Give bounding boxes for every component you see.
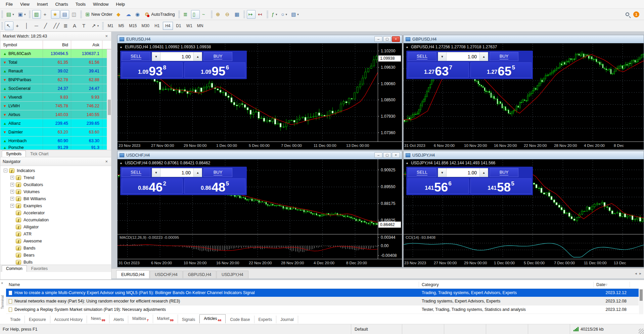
tree-item-accumulation[interactable]: fAccumulation xyxy=(0,216,111,223)
articles-scrollbar[interactable] xyxy=(639,289,643,314)
cursor-tool[interactable]: ↖ xyxy=(5,21,13,30)
close-icon[interactable]: × xyxy=(104,159,109,164)
toolbox-tab-code-base[interactable]: Code Base xyxy=(226,316,254,323)
tab-tick-chart[interactable]: Tick Chart xyxy=(26,151,53,157)
tree-item-bears[interactable]: fBears xyxy=(0,252,111,259)
candlestick-chart-button[interactable]: ▯ xyxy=(191,10,200,19)
column-header-symbol[interactable]: Symbol xyxy=(0,41,43,49)
close-icon[interactable]: × xyxy=(104,34,109,39)
window-titlebar[interactable]: USDJPY,H4 xyxy=(404,151,644,159)
timeframe-m1[interactable]: M1 xyxy=(105,22,116,30)
scroll-left-icon[interactable]: ◂ xyxy=(635,271,637,276)
market-watch-row[interactable]: ▲Porsche91.2991.3 xyxy=(0,145,111,150)
label-tool[interactable]: T xyxy=(81,21,89,30)
volume-value[interactable]: 1.00 xyxy=(160,168,194,177)
article-row[interactable]: Neural networks made easy (Part 54): Usi… xyxy=(6,297,639,305)
data-window-toggle[interactable]: ◫ xyxy=(70,10,79,19)
timeframe-mn[interactable]: MN xyxy=(195,22,205,30)
menu-window[interactable]: Window xyxy=(89,0,112,8)
window-titlebar[interactable]: GBPUSD,H4 xyxy=(404,35,644,43)
market-watch-row[interactable]: ▲Renault39.0239.41 xyxy=(0,67,111,75)
templates-dropdown[interactable]: ▧▾ xyxy=(289,10,301,19)
expand-icon[interactable]: + xyxy=(10,183,14,186)
timeframe-w1[interactable]: W1 xyxy=(184,22,194,30)
periods-dropdown[interactable]: ○▾ xyxy=(280,10,289,19)
channel-tool[interactable]: ╱╱ xyxy=(52,21,61,30)
toolbox-tab-mailbox[interactable]: Mailbox7 xyxy=(128,315,153,323)
resize-grip[interactable] xyxy=(639,329,644,334)
timeframe-h4[interactable]: H4 xyxy=(163,22,173,30)
tab-symbols[interactable]: Symbols xyxy=(2,151,26,157)
expand-icon[interactable]: + xyxy=(10,176,14,179)
tree-item-trend[interactable]: +fTrend xyxy=(0,174,111,181)
volume-value[interactable]: 1.00 xyxy=(446,52,480,61)
mql5-cloud-icon[interactable]: ☁ xyxy=(124,10,133,19)
tree-item-volumes[interactable]: +fVolumes xyxy=(0,188,111,195)
menu-insert[interactable]: Insert xyxy=(33,0,52,8)
buy-price-tile[interactable]: 141585 xyxy=(470,178,532,194)
market-watch-row[interactable]: ▼Daimler63.2063.60 xyxy=(0,128,111,136)
sell-price-tile[interactable]: 1.09938 xyxy=(122,62,183,78)
market-watch-row[interactable]: ▲BRL60Cash130494.5130637.1 xyxy=(0,49,111,58)
volume-stepper[interactable]: ▼1.00▲ xyxy=(152,168,202,177)
timeframe-h1[interactable]: H1 xyxy=(152,22,162,30)
tab-common[interactable]: Common xyxy=(2,265,27,272)
toolbox-tab-market[interactable]: Market99 xyxy=(153,315,178,323)
article-row[interactable]: Developing a Replay System Market simula… xyxy=(6,305,639,314)
chart-tab-eurusd-h4[interactable]: EURUSD,H4 xyxy=(116,270,149,278)
chart-shift-toggle[interactable]: ↤ xyxy=(256,10,265,19)
menu-charts[interactable]: Charts xyxy=(51,0,72,8)
minimize-button[interactable]: – xyxy=(374,152,382,158)
tree-item-awesome[interactable]: fAwesome xyxy=(0,237,111,244)
toolbox-tab-trade[interactable]: Trade xyxy=(6,316,25,323)
column-header-date[interactable]: Date ▿ xyxy=(594,282,630,287)
indicators-dropdown[interactable]: ƒ▾ xyxy=(270,10,279,19)
volume-decrease-button[interactable]: ▼ xyxy=(438,52,446,61)
volume-increase-button[interactable]: ▲ xyxy=(480,52,488,61)
chart-client-area[interactable]: 1.102001.096301.090601.085001.079301.073… xyxy=(118,43,402,150)
market-watch-row[interactable]: ▲SocGeneral24.3724.47 xyxy=(0,84,111,93)
tree-item-atr[interactable]: fATR xyxy=(0,230,111,237)
timeframe-m15[interactable]: M15 xyxy=(127,22,139,30)
volume-increase-button[interactable]: ▲ xyxy=(194,52,202,61)
timeframe-d1[interactable]: D1 xyxy=(174,22,184,30)
maximize-button[interactable]: ▢ xyxy=(383,152,391,158)
menu-view[interactable]: View xyxy=(16,0,33,8)
buy-price-tile[interactable]: 0.86485 xyxy=(184,178,245,194)
fibonacci-tool[interactable]: ≣ xyxy=(62,21,71,30)
toolbox-tab-experts[interactable]: Experts xyxy=(255,316,277,323)
volume-decrease-button[interactable]: ▼ xyxy=(438,168,446,177)
vertical-line-tool[interactable]: │ xyxy=(24,21,32,30)
volume-value[interactable]: 1.00 xyxy=(446,168,480,177)
zoom-out-button[interactable]: ⊖ xyxy=(224,10,232,19)
volume-stepper[interactable]: ▼1.00▲ xyxy=(438,52,488,61)
buy-button[interactable]: BUY xyxy=(203,52,232,61)
tile-windows-button[interactable]: ▦ xyxy=(233,10,242,19)
window-titlebar[interactable]: EURUSD,H4–▢× xyxy=(118,35,402,43)
column-header-name[interactable]: Name xyxy=(6,282,419,287)
sell-button[interactable]: SELL xyxy=(408,52,436,61)
new-chart-button[interactable]: ▤▾ xyxy=(5,10,16,19)
sell-button[interactable]: SELL xyxy=(122,52,150,61)
collapse-chart-icon[interactable]: ▲ xyxy=(120,161,123,165)
favorites-button[interactable]: ★ xyxy=(51,10,60,19)
toolbox-tab-journal[interactable]: Journal xyxy=(276,316,298,323)
volume-decrease-button[interactable]: ▼ xyxy=(152,52,160,61)
tree-item-bulls[interactable]: fBulls xyxy=(0,259,111,265)
column-header-ask[interactable]: Ask xyxy=(71,41,102,49)
market-watch-row[interactable]: ▼LVMH745.78746.22 xyxy=(0,102,111,110)
expand-icon[interactable]: + xyxy=(10,197,14,201)
minimize-button[interactable]: – xyxy=(374,36,382,42)
maximize-button[interactable]: ▢ xyxy=(383,36,391,42)
collapse-chart-icon[interactable]: ▲ xyxy=(406,45,409,49)
menu-file[interactable]: File xyxy=(2,0,16,8)
crosshair-tool[interactable]: + xyxy=(14,21,23,30)
scrollbar-thumb[interactable] xyxy=(108,100,111,115)
signals-icon[interactable]: ◉ xyxy=(134,10,142,19)
horizontal-line-tool[interactable]: ─ xyxy=(33,21,42,30)
tree-item-examples[interactable]: +fExamples xyxy=(0,202,111,209)
volume-increase-button[interactable]: ▲ xyxy=(480,168,488,177)
toolbox-tab-articles[interactable]: Articles44 xyxy=(199,314,226,323)
sell-price-tile[interactable]: 0.86462 xyxy=(122,178,183,194)
autotrading-button[interactable]: ⚙AutoTrading xyxy=(143,10,177,19)
